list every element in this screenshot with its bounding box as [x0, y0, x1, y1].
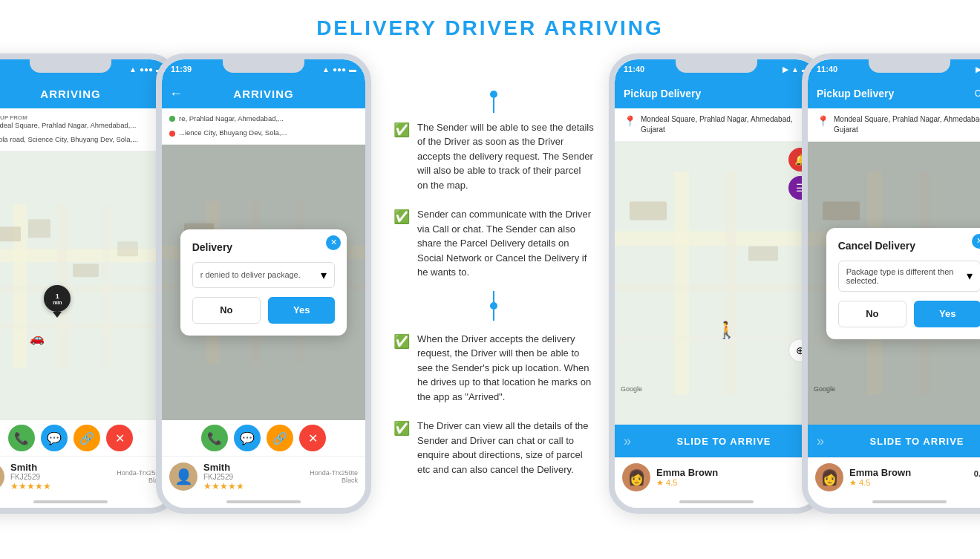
main-content: 11:39 ▲ ●●● ▬ ← ARRIVING: [0, 53, 980, 514]
distance-4: 0.13 km: [974, 469, 980, 478]
share-btn-1[interactable]: 🔗: [74, 425, 100, 451]
driver-name-3: Emma Brown: [656, 467, 811, 478]
pickup-address-1: Mondeal Square, Prahlad Nagar, Ahmedabad…: [0, 121, 136, 130]
action-buttons-2: 📞 💬 🔗 ✕: [162, 420, 365, 456]
cancel-link-4[interactable]: Cancel: [975, 88, 980, 99]
deny-modal-title: Delivery: [192, 241, 336, 253]
phone-inner-2: 11:39 ▲ ●●● ▬ ← ARRIVING: [162, 59, 365, 508]
time-4: 1 min: [974, 478, 980, 486]
map-svg-3: Google: [615, 142, 818, 425]
pickup-dot-2: [169, 116, 175, 122]
header-title-2: ARRIVING: [233, 88, 293, 100]
location-icon-4: ▶: [976, 65, 980, 73]
deny-dropdown-icon: ▾: [321, 268, 327, 282]
wifi-icon-3: ▲: [791, 65, 799, 73]
back-button-2[interactable]: ←: [169, 86, 183, 102]
info-item-4: ✅ The Driver can view all the details of…: [393, 419, 594, 477]
svg-rect-25: [630, 202, 667, 220]
deny-modal-select[interactable]: r denied to deliver package. ▾: [192, 262, 336, 288]
driver-info-bar-4: 👩 Emma Brown ★ 4.5 0.13 km 1 min: [808, 457, 980, 497]
check-icon-3: ✅: [393, 333, 410, 350]
cancel-modal-no-btn[interactable]: No: [838, 301, 906, 327]
chat-btn-2[interactable]: 💬: [234, 425, 261, 451]
driver-info-bar-1: 👤 Smith FKJ2529 ★★★★★ Honda-Trx250te Bla…: [0, 456, 172, 497]
driver-details-3: Emma Brown ★ 4.5: [656, 467, 811, 488]
status-time-4: 11:40: [817, 65, 837, 73]
phone-inner-4: 11:40 ▶ ▲ ▬ Pickup Delivery Cancel 📍 Mo: [808, 59, 980, 508]
driver-avatar-4: 👩: [815, 463, 843, 491]
phone-notch-3: [676, 59, 757, 73]
driver-info-bar-2: 👤 Smith FKJ2529 ★★★★★ Honda-Trx250te Bla…: [162, 456, 365, 497]
driver-name-4: Emma Brown: [849, 467, 968, 478]
phone-4: 11:40 ▶ ▲ ▬ Pickup Delivery Cancel 📍 Mo: [802, 53, 980, 514]
deny-modal-close[interactable]: ✕: [326, 235, 341, 250]
slide-bar-3[interactable]: » SLIDE TO ARRIVE: [615, 425, 818, 457]
delivery-person-3: 🚶: [716, 321, 736, 340]
home-indicator-1: [33, 500, 108, 503]
svg-rect-23: [615, 284, 818, 292]
mid-line-top: [493, 291, 494, 302]
pickup-title-4: Pickup Delivery: [817, 88, 894, 99]
status-icons-2: ▲ ●●● ▬: [322, 65, 356, 73]
top-line: [493, 98, 494, 113]
driver-stars-4: ★ 4.5: [849, 478, 968, 488]
page-title: DELIVERY DRIVER ARRIVING: [316, 16, 664, 40]
driver-pin-1: 1 min: [44, 285, 71, 318]
phone-inner-1: 11:39 ▲ ●●● ▬ ← ARRIVING: [0, 59, 172, 508]
pin-tail-1: [53, 312, 62, 318]
phone-group-3: 11:40 ▶ ▲ ▬ Pickup Delivery 📍 Mondeal Sq…: [609, 53, 824, 514]
pin-unit-1: min: [53, 300, 62, 305]
deny-modal-overlay: ✕ Delivery r denied to deliver package. …: [162, 145, 365, 420]
pickup-address-bar-3: 📍 Mondeal Square, Prahlad Nagar, Ahmedab…: [615, 108, 818, 142]
share-btn-2[interactable]: 🔗: [267, 425, 293, 451]
info-text-4: The Driver can view all the details of t…: [417, 419, 594, 477]
cancel-modal-select[interactable]: Package type is different then selected.…: [838, 261, 980, 292]
phone-btn-2[interactable]: 📞: [201, 425, 228, 451]
pickup-addr-4: Mondeal Square, Prahlad Nagar, Ahmedabad…: [834, 114, 980, 135]
color-2: Black: [310, 477, 358, 484]
driver-sub-1: FKJ2529: [10, 473, 111, 481]
signal-icon-1: ●●●: [140, 65, 153, 73]
deny-modal-no-btn[interactable]: No: [192, 297, 261, 324]
cancel-btn-1[interactable]: ✕: [106, 425, 133, 451]
info-text-2: Sender can communicate with the Driver v…: [417, 207, 594, 280]
home-indicator-4: [872, 500, 947, 503]
address-bar-1: PICKUP FROM Mondeal Square, Prahlad Naga…: [0, 108, 172, 151]
phone-notch-4: [869, 59, 950, 73]
svg-rect-6: [0, 323, 172, 329]
info-item-2: ✅ Sender can communicate with the Driver…: [393, 207, 594, 280]
app-header-2: ← ARRIVING: [162, 79, 365, 108]
app-header-1: ← ARRIVING: [0, 79, 172, 108]
driver-name-1: Smith: [10, 462, 111, 473]
svg-rect-26: [748, 246, 778, 261]
cancel-modal-overlay: ✕ Cancel Delivery Package type is differ…: [808, 142, 980, 425]
mid-dot: [490, 302, 497, 310]
phone-1: 11:39 ▲ ●●● ▬ ← ARRIVING: [0, 53, 178, 514]
cancel-modal-yes-btn[interactable]: Yes: [914, 301, 980, 327]
check-icon-4: ✅: [393, 420, 410, 437]
deny-modal-buttons: No Yes: [192, 297, 336, 324]
info-text-2-content: Sender can communicate with the Driver v…: [417, 209, 591, 278]
driver-stars-2: ★★★★★: [203, 481, 304, 491]
slide-text-4: SLIDE TO ARRIVE: [832, 436, 980, 447]
cancel-modal-close[interactable]: ✕: [972, 234, 980, 249]
slide-bar-4[interactable]: » SLIDE TO ARRIVE: [808, 425, 980, 457]
pin-time-1: 1: [56, 292, 59, 300]
driver-details-2: Smith FKJ2529 ★★★★★: [203, 462, 304, 491]
deny-modal-yes-btn[interactable]: Yes: [268, 297, 335, 324]
phone-btn-1[interactable]: 📞: [8, 425, 35, 451]
mid-line-bot: [493, 310, 494, 321]
home-indicator-2: [226, 500, 301, 503]
svg-rect-8: [28, 219, 50, 238]
map-area-3: Google 🚶 🔔 ☰ ⊕: [615, 142, 818, 425]
phone-group-2: 11:39 ▲ ●●● ▬ ← ARRIVING: [156, 53, 371, 514]
battery-icon-2: ▬: [349, 65, 356, 73]
svg-rect-5: [0, 286, 172, 293]
cancel-modal-title: Cancel Delivery: [838, 240, 980, 252]
status-time-3: 11:40: [624, 65, 644, 73]
driver-distance-4: 0.13 km 1 min: [974, 469, 980, 486]
chat-btn-1[interactable]: 💬: [41, 425, 68, 451]
pickup-row-1: PICKUP FROM Mondeal Square, Prahlad Naga…: [0, 113, 165, 131]
location-pin-3: 📍: [624, 115, 636, 127]
cancel-btn-2[interactable]: ✕: [299, 425, 326, 451]
